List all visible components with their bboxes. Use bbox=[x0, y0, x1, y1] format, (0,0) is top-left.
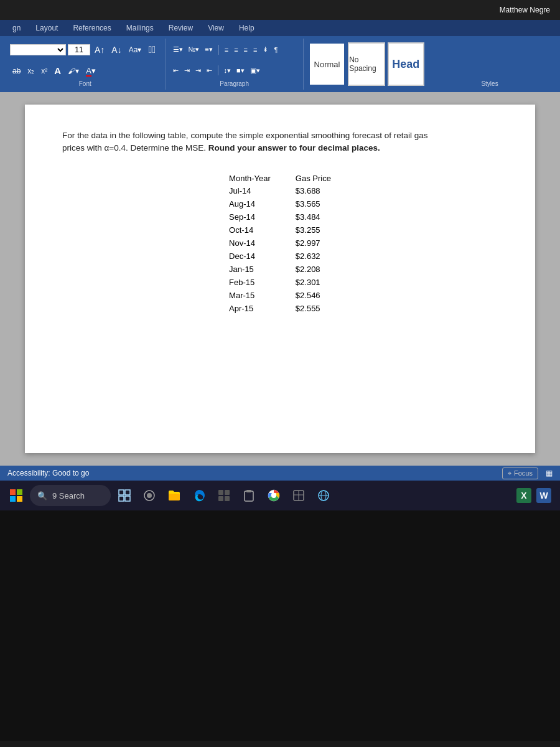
title-bar: Matthew Negre bbox=[0, 0, 560, 20]
font-controls: A↑ A↓ Aa▾ 🖊̀ ab x₂ x² A 🖌▾ A▾ bbox=[10, 41, 161, 79]
tab-help[interactable]: Help bbox=[231, 20, 262, 36]
align-right-btn[interactable]: ≡ bbox=[242, 45, 250, 54]
style-no-spacing[interactable]: No Spacing bbox=[348, 42, 385, 86]
style-heading[interactable]: Head bbox=[388, 42, 424, 86]
cell-price-5: $2.632 bbox=[283, 250, 343, 263]
search-icon: 🔍 bbox=[37, 491, 47, 500]
tab-design[interactable]: gn bbox=[5, 20, 28, 36]
font-color-btn[interactable]: A▾ bbox=[83, 65, 98, 77]
gas-price-table: Month-Year Gas Price Jul-14$3.688Aug-14$… bbox=[217, 172, 343, 315]
justify-btn[interactable]: ≡ bbox=[251, 45, 259, 54]
tab-references[interactable]: References bbox=[65, 20, 118, 36]
indent-dec-btn[interactable]: ⇤ bbox=[171, 66, 180, 75]
table-row: Feb-15$2.301 bbox=[217, 276, 343, 289]
cell-month-0: Jul-14 bbox=[217, 184, 283, 197]
indent-less-btn[interactable]: ⇤ bbox=[205, 66, 214, 75]
clipboard-button[interactable] bbox=[238, 484, 260, 507]
svg-point-5 bbox=[147, 493, 152, 498]
svg-rect-12 bbox=[246, 490, 251, 492]
font-size-input[interactable] bbox=[68, 44, 90, 55]
superscript-btn[interactable]: x² bbox=[39, 65, 50, 77]
bullets-btn[interactable]: ☰▾ bbox=[171, 45, 185, 54]
cell-month-1: Aug-14 bbox=[217, 197, 283, 210]
sort-btn[interactable]: ↡ bbox=[261, 45, 270, 54]
record-button[interactable] bbox=[138, 484, 161, 507]
numbering-btn[interactable]: №▾ bbox=[187, 45, 202, 54]
folder-icon bbox=[167, 488, 182, 503]
style-no-spacing-label: No Spacing bbox=[349, 55, 383, 73]
multilevel-btn[interactable]: ≡▾ bbox=[203, 45, 214, 54]
status-left: Accessibility: Good to go bbox=[7, 469, 89, 477]
cell-month-2: Sep-14 bbox=[217, 210, 283, 223]
system-tray: X W bbox=[515, 487, 555, 504]
table-row: Jan-15$2.208 bbox=[217, 263, 343, 276]
tab-layout[interactable]: Layout bbox=[28, 20, 65, 36]
tab-view[interactable]: View bbox=[200, 20, 231, 36]
style-heading-label: Head bbox=[392, 58, 419, 71]
table-row: Mar-15$2.546 bbox=[217, 289, 343, 302]
tab-mailings[interactable]: Mailings bbox=[119, 20, 161, 36]
line-spacing-btn[interactable]: ↕▾ bbox=[222, 66, 233, 75]
word-icon: W bbox=[536, 488, 551, 503]
cell-month-9: Apr-15 bbox=[217, 302, 283, 315]
excel-icon: X bbox=[516, 488, 531, 503]
font-group-label: Font bbox=[10, 79, 161, 87]
win-logo-cell-1 bbox=[10, 489, 16, 495]
calculator-icon bbox=[292, 489, 306, 502]
cell-price-4: $2.997 bbox=[283, 237, 343, 250]
strikethrough-btn[interactable]: ab bbox=[10, 65, 23, 77]
indent-more-btn[interactable]: ⇥ bbox=[194, 66, 203, 75]
calculator-button[interactable] bbox=[287, 484, 310, 507]
borders-btn[interactable]: ▣▾ bbox=[248, 66, 262, 75]
focus-icon: ⌖ bbox=[508, 469, 511, 477]
font-row-1: A↑ A↓ Aa▾ 🖊̀ bbox=[10, 43, 158, 57]
cell-price-0: $3.688 bbox=[283, 184, 343, 197]
cell-month-4: Nov-14 bbox=[217, 237, 283, 250]
windows-logo bbox=[10, 489, 22, 502]
task-view-button[interactable] bbox=[113, 484, 136, 507]
tray-word-icon[interactable]: W bbox=[535, 487, 553, 504]
weather-button[interactable] bbox=[312, 484, 335, 507]
font-name-select[interactable] bbox=[10, 44, 66, 55]
subscript-btn[interactable]: x₂ bbox=[25, 65, 37, 77]
indent-inc-btn[interactable]: ⇥ bbox=[182, 66, 192, 75]
pilcrow-btn[interactable]: ¶ bbox=[272, 45, 279, 54]
styles-group-label: Styles bbox=[429, 79, 550, 87]
file-explorer-button[interactable] bbox=[163, 484, 185, 507]
record-icon bbox=[142, 489, 156, 502]
view-icon: ▦ bbox=[546, 469, 553, 477]
start-button[interactable] bbox=[5, 484, 27, 507]
doc-intro-paragraph: For the data in the following table, com… bbox=[62, 129, 498, 155]
doc-intro-bold: Round your answer to four decimal places… bbox=[208, 143, 380, 153]
bottom-dark-area bbox=[0, 510, 560, 741]
font-shrink-btn[interactable]: A↓ bbox=[109, 44, 124, 56]
style-normal[interactable]: Normal bbox=[309, 42, 345, 86]
svg-rect-7 bbox=[218, 490, 223, 495]
focus-button[interactable]: ⌖ Focus bbox=[502, 467, 538, 479]
font-row-2: ab x₂ x² A 🖌▾ A▾ bbox=[10, 64, 98, 77]
bold-a-btn[interactable]: A bbox=[52, 64, 63, 77]
cell-price-7: $2.301 bbox=[283, 276, 343, 289]
edge-button[interactable] bbox=[188, 484, 210, 507]
tray-x-icon[interactable]: X bbox=[515, 487, 533, 504]
font-aa-btn[interactable]: Aa▾ bbox=[126, 44, 144, 55]
doc-intro-line2: prices with α=0.4. Determine the MSE. bbox=[62, 143, 208, 153]
accessibility-status: Accessibility: Good to go bbox=[7, 469, 89, 477]
svg-rect-2 bbox=[119, 496, 124, 501]
apps-button[interactable] bbox=[213, 484, 235, 507]
font-grow-btn[interactable]: A↑ bbox=[92, 44, 107, 56]
tab-review[interactable]: Review bbox=[161, 20, 200, 36]
font-clear-btn[interactable]: 🖊̀ bbox=[146, 43, 158, 57]
chrome-button[interactable] bbox=[263, 484, 285, 507]
cell-price-9: $2.555 bbox=[283, 302, 343, 315]
table-row: Dec-14$2.632 bbox=[217, 250, 343, 263]
shading-btn[interactable]: ■▾ bbox=[235, 66, 246, 75]
table-row: Aug-14$3.565 bbox=[217, 197, 343, 210]
highlight-btn[interactable]: 🖌▾ bbox=[65, 65, 82, 77]
taskbar-search[interactable]: 🔍 9 Search bbox=[30, 485, 111, 506]
cell-month-7: Feb-15 bbox=[217, 276, 283, 289]
align-center-btn[interactable]: ≡ bbox=[232, 45, 240, 54]
win-logo-cell-3 bbox=[10, 496, 16, 502]
col-price-header: Gas Price bbox=[283, 172, 343, 184]
align-left-btn[interactable]: ≡ bbox=[223, 45, 230, 54]
